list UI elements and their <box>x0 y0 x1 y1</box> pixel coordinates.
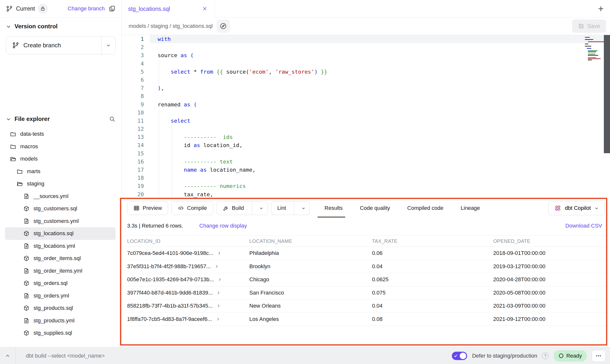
dbt-copilot-button[interactable]: dbt Copilot <box>548 201 605 215</box>
check-icon <box>454 354 458 358</box>
table-row[interactable]: 005e7e1c-1935-4269-b479-0713b...Chicago0… <box>122 273 610 286</box>
version-control-header[interactable]: Version control <box>6 23 116 30</box>
chevron-down-icon <box>6 116 11 122</box>
chevron-down-icon <box>106 43 111 48</box>
code-text: source as ( <box>150 51 610 59</box>
code-line[interactable]: 2 <box>122 43 610 51</box>
file-tree-item-stg-orders-sql[interactable]: stg_orders.sql <box>5 277 116 290</box>
table-row[interactable]: 37e5f311-b7f4-4f2f-988b-719657...Brookly… <box>122 260 610 273</box>
new-tab-plus-icon[interactable]: + <box>598 4 604 13</box>
file-tree-item-stg-order-items-yml[interactable]: stg_order_items.yml <box>5 265 116 277</box>
defer-toggle[interactable] <box>452 352 467 360</box>
code-text <box>150 174 610 182</box>
expand-chevron-icon[interactable] <box>217 304 220 308</box>
code-line[interactable]: 13 ---------- ids <box>122 133 610 141</box>
code-line[interactable]: 12 <box>122 125 610 133</box>
download-csv-link[interactable]: Download CSV <box>565 223 602 229</box>
code-line[interactable]: 8 <box>122 92 610 100</box>
cell-opened-date: 2019-03-12T00:00:00 <box>493 263 610 270</box>
cell-tax-rate: 0.0625 <box>372 276 493 283</box>
code-line[interactable]: 9renamed as ( <box>122 100 610 109</box>
code-line[interactable]: 17 name as location_name, <box>122 166 610 174</box>
file-tree-item-stg-locations-yml[interactable]: stg_locations.yml <box>5 240 116 252</box>
file-tree-item-staging[interactable]: staging <box>5 178 116 190</box>
code-line[interactable]: 6 <box>122 76 610 84</box>
file-explorer-header[interactable]: File explorer <box>6 116 116 122</box>
file-tree-item-data-tests[interactable]: data-tests <box>5 128 116 140</box>
file-tree-item-stg-customers-yml[interactable]: stg_customers.yml <box>5 215 116 228</box>
help-icon[interactable]: ? <box>542 352 549 359</box>
code-line[interactable]: 20 tax_rate, <box>122 190 610 199</box>
code-editor[interactable]: 1with23source as (45 select * from {{ so… <box>122 35 610 199</box>
code-line[interactable]: 4 <box>122 60 610 68</box>
create-branch-dropdown[interactable] <box>102 36 115 54</box>
code-line[interactable]: 10 <box>122 109 610 117</box>
file-tree-item-stg-order-items-sql[interactable]: stg_order_items.sql <box>5 252 116 265</box>
lint-button[interactable]: Lint <box>271 201 310 215</box>
more-options-button[interactable]: ••• <box>592 350 606 362</box>
code-line[interactable]: 7), <box>122 84 610 92</box>
file-explorer-section: File explorer data-testsmacrosmodelsmart… <box>0 116 121 339</box>
code-line[interactable]: 14 id as location_id, <box>122 141 610 149</box>
file-tree-item-stg-orders-yml[interactable]: stg_orders.yml <box>5 290 116 302</box>
file-label: stg_products.yml <box>34 317 74 324</box>
table-row[interactable]: 7c079cea-5ed4-4101-906e-9198c...Philadel… <box>122 247 610 260</box>
code-line[interactable]: 5 select * from {{ source('ecom', 'raw_s… <box>122 68 610 76</box>
expand-chevron-icon[interactable] <box>215 265 219 268</box>
code-line[interactable]: 15 <box>122 149 610 158</box>
file-tree-item-macros[interactable]: macros <box>5 140 116 153</box>
code-line[interactable]: 1with <box>122 35 610 43</box>
code-line[interactable]: 19 ---------- numerics <box>122 182 610 190</box>
minimap[interactable] <box>585 37 601 61</box>
file-tree-item-stg-customers-sql[interactable]: stg_customers.sql <box>5 202 116 215</box>
file-label: stg_locations.yml <box>34 243 75 249</box>
file-tree-item-stg-locations-sql[interactable]: stg_locations.sql <box>5 227 116 240</box>
code-line[interactable]: 3source as ( <box>122 51 610 59</box>
file-tree-item-stg-supplies-sql[interactable]: stg_supplies.sql <box>5 327 116 339</box>
compile-button[interactable]: Compile <box>171 201 213 215</box>
button-divider <box>294 201 294 215</box>
create-branch-button[interactable]: Create branch <box>6 36 116 54</box>
expand-chevron-icon[interactable] <box>218 278 222 281</box>
status-circle-icon <box>559 353 564 358</box>
table-row[interactable]: 3977f440-b87d-461b-9dd6-81839...San Fran… <box>122 286 610 300</box>
close-icon[interactable]: ✕ <box>201 5 208 13</box>
minimap-line <box>587 48 591 49</box>
build-dropdown[interactable] <box>255 201 267 215</box>
create-branch-main[interactable]: Create branch <box>6 36 101 54</box>
tab-results[interactable]: Results <box>324 201 343 215</box>
expand-chevron-icon[interactable] <box>217 251 221 255</box>
table-row[interactable]: 858218fb-73f7-4b1b-a31f-57b345...New Orl… <box>122 299 610 313</box>
search-icon[interactable] <box>109 116 116 122</box>
line-number: 13 <box>122 133 150 141</box>
preview-button[interactable]: Preview <box>127 201 168 215</box>
copy-icon[interactable] <box>109 5 116 12</box>
file-tree-item-marts[interactable]: marts <box>5 165 116 178</box>
file-tree-item--sources-yml[interactable]: __sources.yml <box>5 190 116 203</box>
file-tree-item-stg-products-sql[interactable]: stg_products.sql <box>5 302 116 314</box>
expand-chevron-icon[interactable] <box>217 291 220 295</box>
change-row-display-link[interactable]: Change row display <box>199 223 247 229</box>
tab-stg-locations[interactable]: stg_locations.sql ✕ <box>122 0 215 18</box>
tab-lineage[interactable]: Lineage <box>460 201 480 215</box>
lineage-compass-button[interactable] <box>217 19 230 33</box>
expand-chevron-icon[interactable] <box>216 317 220 321</box>
table-row[interactable]: 1f8ffa70-7cb5-4d83-8a7f-9aceef6...Los An… <box>122 313 610 326</box>
tab-compiled-code[interactable]: Compiled code <box>407 201 444 215</box>
change-branch-link[interactable]: Change branch <box>68 5 105 12</box>
code-line[interactable]: 11 select <box>122 117 610 125</box>
file-tree-item-models[interactable]: models <box>5 153 116 165</box>
code-line[interactable]: 18 <box>122 174 610 182</box>
code-text: ), <box>150 84 610 92</box>
tab-code-quality[interactable]: Code quality <box>359 201 390 215</box>
file-tree-item-stg-products-yml[interactable]: stg_products.yml <box>5 314 116 327</box>
lint-dropdown[interactable] <box>297 201 309 215</box>
status-bar: dbt build --select <model_name> Defer to… <box>0 347 610 364</box>
collapse-chevron-icon[interactable] <box>0 347 15 364</box>
editor-scrollbar[interactable] <box>604 35 610 153</box>
save-button[interactable]: Save <box>572 19 606 33</box>
command-input[interactable]: dbt build --select <model_name> <box>26 353 105 359</box>
code-line[interactable]: 16 ---------- text <box>122 158 610 166</box>
code-text <box>150 76 610 84</box>
build-button[interactable]: Build <box>217 201 268 215</box>
